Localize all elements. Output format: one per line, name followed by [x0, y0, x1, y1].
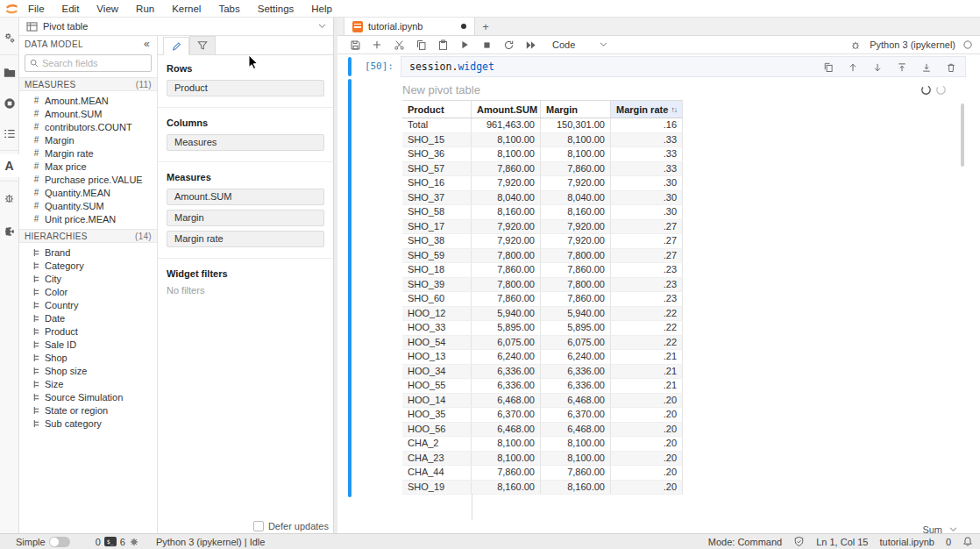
cell-product[interactable]: SHO_39 — [402, 278, 472, 292]
cell-margin-rate[interactable]: .20 — [611, 481, 683, 495]
cell-amount-sum[interactable]: 7,860.00 — [472, 292, 541, 306]
table-row[interactable]: SHO_19 8,160.00 8,160.00 .20 — [402, 481, 683, 496]
table-row[interactable]: SHO_17 7,920.00 7,920.00 .27 — [402, 220, 683, 235]
measure-item[interactable]: # Quantity.SUM — [19, 199, 157, 212]
cell-margin[interactable]: 8,100.00 — [541, 133, 611, 147]
code-editor[interactable]: session.widget — [401, 56, 966, 77]
hierarchies-section-header[interactable]: HIERARCHIES (14) — [19, 229, 157, 243]
aggregation-select[interactable]: Sum — [922, 524, 957, 533]
delete-cell-button[interactable] — [944, 61, 958, 75]
kernel-name[interactable]: Python 3 (ipykernel) — [870, 39, 955, 50]
cell-amount-sum[interactable]: 5,895.00 — [472, 321, 541, 335]
cell-margin[interactable]: 7,800.00 — [541, 249, 611, 263]
move-cell-down-button[interactable] — [870, 61, 884, 75]
cell-margin-rate[interactable]: .20 — [611, 394, 683, 408]
active-file[interactable]: tutorial.ipynb — [880, 537, 934, 547]
hierarchy-item[interactable]: Source Simulation — [19, 390, 157, 403]
cell-product[interactable]: CHA_2 — [402, 437, 472, 451]
cell-product[interactable]: SHO_59 — [402, 249, 472, 263]
new-launcher-button[interactable]: + — [475, 18, 496, 35]
table-row[interactable]: Total 961,463.00 150,301.00 .16 — [402, 118, 683, 133]
cell-product[interactable]: SHO_17 — [402, 220, 472, 234]
hierarchy-item[interactable]: Date — [19, 311, 157, 324]
cell-margin[interactable]: 7,860.00 — [541, 466, 611, 480]
field-chip[interactable]: Measures — [167, 134, 324, 151]
tab-content-editor[interactable] — [163, 37, 189, 55]
cell-product[interactable]: SHO_16 — [402, 176, 472, 190]
table-row[interactable]: SHO_38 7,920.00 7,920.00 .27 — [402, 234, 683, 249]
cell-margin[interactable]: 7,860.00 — [541, 263, 611, 277]
cell-amount-sum[interactable]: 8,100.00 — [472, 437, 541, 451]
cell-margin-rate[interactable]: .22 — [611, 321, 683, 335]
cell-margin[interactable]: 8,100.00 — [541, 452, 611, 466]
table-row[interactable]: HOO_33 5,895.00 5,895.00 .22 — [402, 321, 683, 336]
tab-widget-filters[interactable] — [189, 36, 216, 54]
menu-item[interactable]: Edit — [53, 4, 89, 14]
cell-margin-rate[interactable]: .33 — [611, 133, 683, 147]
cell-amount-sum[interactable]: 8,040.00 — [472, 191, 541, 205]
hierarchy-item[interactable]: Shop size — [19, 364, 157, 377]
cell-margin[interactable]: 7,860.00 — [541, 162, 611, 176]
table-row[interactable]: HOO_12 5,940.00 5,940.00 .22 — [402, 307, 683, 322]
menu-item[interactable]: Settings — [249, 4, 303, 14]
terminals-status[interactable]: 0 $_ 6 — [96, 537, 139, 547]
cut-cells-button[interactable] — [392, 38, 406, 52]
menu-item[interactable]: Run — [127, 4, 163, 14]
cell-margin-rate[interactable]: .20 — [611, 466, 683, 480]
tab-tutorial-ipynb[interactable]: tutorial.ipynb — [344, 18, 475, 35]
table-row[interactable]: SHO_36 8,100.00 8,100.00 .33 — [402, 147, 683, 162]
cell-margin[interactable]: 8,160.00 — [541, 205, 611, 219]
cell-amount-sum[interactable]: 7,920.00 — [472, 176, 541, 190]
cell-amount-sum[interactable]: 7,860.00 — [472, 263, 541, 277]
cell-amount-sum[interactable]: 961,463.00 — [472, 118, 541, 132]
copy-cells-button[interactable] — [414, 38, 428, 52]
cell-margin[interactable]: 6,468.00 — [541, 394, 611, 408]
cell-margin-rate[interactable]: .21 — [611, 379, 683, 393]
field-chip[interactable]: Amount.SUM — [167, 189, 324, 205]
cell-margin[interactable]: 6,075.00 — [541, 336, 611, 350]
cell-amount-sum[interactable]: 7,920.00 — [472, 234, 541, 248]
debugger-icon[interactable] — [0, 185, 19, 211]
cell-product[interactable]: SHO_60 — [402, 292, 472, 306]
column-header-product[interactable]: Product — [402, 101, 472, 118]
cell-product[interactable]: SHO_18 — [402, 263, 472, 277]
cell-amount-sum[interactable]: 7,860.00 — [472, 466, 541, 480]
move-cell-up-button[interactable] — [846, 61, 860, 75]
cell-margin-rate[interactable]: .21 — [611, 365, 683, 379]
search-fields-box[interactable] — [25, 54, 152, 72]
cursor-position[interactable]: Ln 1, Col 15 — [816, 537, 868, 547]
cell-margin-rate[interactable]: .27 — [611, 220, 683, 234]
table-row[interactable]: SHO_39 7,800.00 7,800.00 .23 — [402, 278, 683, 293]
cell-product[interactable]: CHA_23 — [402, 452, 472, 466]
hierarchy-item[interactable]: Color — [19, 285, 157, 298]
table-row[interactable]: SHO_37 8,040.00 8,040.00 .30 — [402, 191, 683, 206]
cell-margin[interactable]: 7,860.00 — [541, 292, 611, 306]
cell-amount-sum[interactable]: 7,800.00 — [472, 278, 541, 292]
trust-shield-icon[interactable] — [793, 536, 805, 547]
cell-margin[interactable]: 5,895.00 — [541, 321, 611, 335]
table-row[interactable]: SHO_60 7,860.00 7,860.00 .23 — [402, 292, 683, 307]
measure-item[interactable]: # Amount.MEAN — [19, 94, 157, 107]
field-chip[interactable]: Margin rate — [167, 231, 324, 247]
cell-product[interactable]: HOO_33 — [402, 321, 472, 335]
hierarchy-item[interactable]: Product — [19, 324, 157, 338]
hierarchy-item[interactable]: Sale ID — [19, 338, 157, 351]
cell-margin-rate[interactable]: .30 — [611, 191, 683, 205]
collapse-panel-button[interactable]: « — [142, 38, 152, 50]
measure-item[interactable]: # contributors.COUNT — [19, 120, 157, 133]
extensions-icon[interactable] — [0, 218, 19, 245]
cell-product[interactable]: CHA_44 — [402, 466, 472, 480]
hierarchy-item[interactable]: Shop — [19, 351, 157, 364]
measure-item[interactable]: # Unit price.MEAN — [19, 212, 157, 225]
cell-amount-sum[interactable]: 6,240.00 — [472, 350, 541, 364]
cell-amount-sum[interactable]: 8,100.00 — [472, 133, 541, 147]
cell-amount-sum[interactable]: 8,160.00 — [472, 481, 541, 495]
run-cell-button[interactable] — [458, 38, 472, 52]
cell-product[interactable]: HOO_56 — [402, 423, 472, 437]
cell-margin[interactable]: 8,100.00 — [541, 147, 611, 161]
hierarchy-item[interactable]: State or region — [19, 403, 157, 417]
measure-item[interactable]: # Margin rate — [19, 146, 157, 160]
cell-amount-sum[interactable]: 6,075.00 — [472, 336, 541, 350]
cell-margin[interactable]: 7,920.00 — [541, 220, 611, 234]
cell-product[interactable]: Total — [402, 118, 472, 132]
